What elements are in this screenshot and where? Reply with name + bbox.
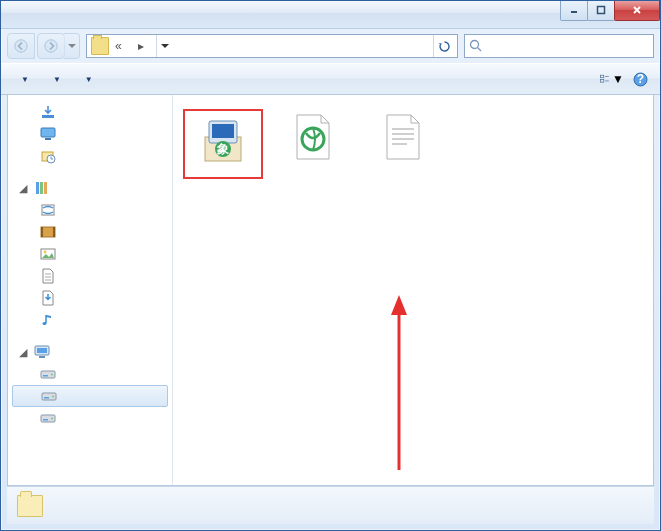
svg-rect-15 <box>41 128 55 137</box>
desktop-icon <box>40 126 56 142</box>
xunlei-icon <box>40 290 56 306</box>
organize-menu[interactable]: ▼ <box>9 72 37 87</box>
include-menu[interactable]: ▼ <box>41 72 69 87</box>
tree-computer[interactable]: ◢ <box>8 341 172 363</box>
tree-libraries[interactable]: ◢ <box>8 177 172 199</box>
svg-rect-20 <box>40 182 43 194</box>
share-menu[interactable]: ▼ <box>73 72 101 87</box>
svg-point-40 <box>52 396 54 398</box>
library-icon <box>34 180 50 196</box>
svg-point-5 <box>45 40 57 52</box>
newfolder-button[interactable] <box>105 76 121 82</box>
file-item-exe[interactable]: 象 <box>183 109 263 179</box>
chevron-right-icon: « <box>111 39 126 53</box>
svg-rect-14 <box>42 115 54 118</box>
tree-disk-e[interactable] <box>8 407 172 429</box>
tree-music[interactable] <box>8 309 172 331</box>
help-button[interactable]: ? <box>628 67 652 91</box>
svg-point-4 <box>15 40 27 52</box>
back-button[interactable] <box>7 33 35 59</box>
exe-icon: 象 <box>199 117 247 165</box>
file-item-html[interactable] <box>273 109 353 169</box>
toolbar: ▼ ▼ ▼ ▼ ? <box>1 63 660 95</box>
svg-rect-34 <box>39 356 45 358</box>
close-button[interactable] <box>614 1 660 21</box>
minimize-button[interactable] <box>560 1 588 21</box>
file-item-txt[interactable] <box>363 109 443 169</box>
breadcrumb-dropdown[interactable] <box>156 35 174 57</box>
svg-rect-24 <box>41 227 43 237</box>
svg-point-27 <box>44 251 47 254</box>
svg-rect-39 <box>44 397 49 399</box>
file-pane[interactable]: 象 <box>173 95 653 485</box>
svg-rect-33 <box>37 348 47 353</box>
video-icon <box>40 224 56 240</box>
svg-rect-23 <box>41 227 55 237</box>
svg-point-43 <box>51 418 53 420</box>
breadcrumb[interactable]: « ▸ <box>86 34 458 58</box>
svg-text:象: 象 <box>216 142 229 156</box>
body: ◢ ◢ 象 <box>7 95 654 486</box>
svg-point-6 <box>471 41 479 49</box>
address-bar: « ▸ <box>1 29 660 63</box>
html-icon <box>289 113 337 161</box>
folder-icon <box>17 495 43 517</box>
svg-rect-36 <box>43 375 48 377</box>
forward-button[interactable] <box>37 33 65 59</box>
explorer-window: « ▸ ▼ ▼ ▼ ▼ ? ◢ <box>0 0 661 531</box>
chevron-right-icon: ▸ <box>134 39 148 53</box>
tree-disk-c[interactable] <box>8 363 172 385</box>
svg-rect-46 <box>212 124 234 138</box>
drive-icon <box>40 410 56 426</box>
svg-point-31 <box>43 322 47 325</box>
nav-tree[interactable]: ◢ ◢ <box>8 95 173 485</box>
svg-rect-16 <box>45 138 51 140</box>
tree-desktop[interactable] <box>8 123 172 145</box>
computer-icon <box>34 344 50 360</box>
pictures-icon <box>40 246 56 262</box>
svg-rect-9 <box>601 80 604 83</box>
history-dropdown[interactable] <box>64 33 80 59</box>
maximize-button[interactable] <box>587 1 615 21</box>
svg-text:?: ? <box>636 72 643 86</box>
download-icon <box>40 104 56 120</box>
status-bar <box>7 486 654 524</box>
svg-line-7 <box>478 48 482 52</box>
document-icon <box>40 268 56 284</box>
svg-rect-19 <box>36 182 39 194</box>
tree-recent[interactable] <box>8 145 172 167</box>
tree-pictures[interactable] <box>8 243 172 265</box>
tree-downloads[interactable] <box>8 101 172 123</box>
refresh-button[interactable] <box>433 35 455 57</box>
recent-icon <box>40 148 56 164</box>
tree-documents[interactable] <box>8 265 172 287</box>
drive-icon <box>41 388 57 404</box>
svg-rect-25 <box>53 227 55 237</box>
svg-rect-21 <box>44 182 47 194</box>
svg-point-37 <box>51 374 53 376</box>
subversion-icon <box>40 202 56 218</box>
svg-rect-42 <box>43 419 48 421</box>
tree-disk-d[interactable] <box>12 385 168 407</box>
folder-icon <box>91 37 109 55</box>
tree-xunlei[interactable] <box>8 287 172 309</box>
collapse-icon[interactable]: ◢ <box>18 347 28 357</box>
svg-rect-1 <box>598 7 605 14</box>
tree-subversion[interactable] <box>8 199 172 221</box>
annotation-arrow <box>389 295 429 475</box>
drive-icon <box>40 366 56 382</box>
svg-rect-8 <box>601 75 604 78</box>
view-menu[interactable]: ▼ <box>600 67 624 91</box>
search-box[interactable] <box>464 34 654 58</box>
collapse-icon[interactable]: ◢ <box>18 183 28 193</box>
txt-icon <box>379 113 427 161</box>
search-icon <box>469 39 483 53</box>
titlebar <box>1 1 660 29</box>
tree-videos[interactable] <box>8 221 172 243</box>
search-input[interactable] <box>487 39 649 53</box>
music-icon <box>40 312 56 328</box>
